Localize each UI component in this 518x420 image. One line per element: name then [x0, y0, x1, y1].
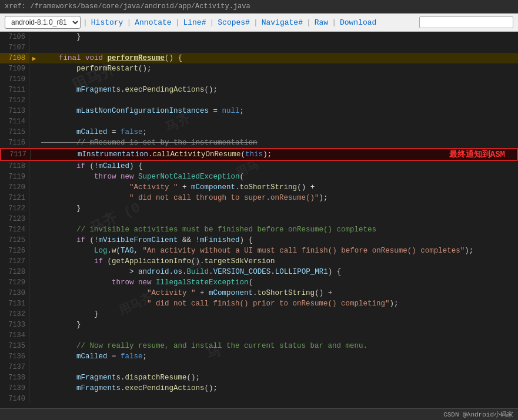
bookmark-icon: ▶	[32, 55, 36, 62]
code-line-7129: 7129 throw new IllegalStateException(	[0, 277, 518, 288]
code-line-7119: 7119 throw new SuperNotCalledException(	[0, 172, 518, 182]
code-line-7132: 7132 }	[0, 309, 518, 320]
code-line-7114: 7114	[0, 116, 518, 127]
code-line-7127: 7127 if (getApplicationInfo().targetSdkV…	[0, 256, 518, 267]
code-line-7128: 7128 > android.os.Build.VERSION_CODES.LO…	[0, 267, 518, 277]
code-line-7107: 7107	[0, 42, 518, 53]
code-line-7135: 7135 // Now really resume, and install t…	[0, 341, 518, 351]
nav-download[interactable]: Download	[339, 18, 377, 27]
version-select[interactable]: android-8.1.0_r81	[5, 16, 81, 29]
code-line-7117: 7117 mInstrumentation.callActivityOnResu…	[0, 148, 518, 161]
code-line-7108: 7108 ▶ final void performResume() {	[0, 53, 518, 63]
code-line-7112: 7112	[0, 95, 518, 106]
code-line-7136: 7136 mCalled = false;	[0, 351, 518, 362]
code-line-7113: 7113 mLastNonConfigurationInstances = nu…	[0, 106, 518, 116]
separator-4: |	[209, 18, 214, 27]
nav-line[interactable]: Line#	[182, 18, 207, 27]
nav-history[interactable]: History	[90, 18, 125, 27]
code-line-7131: 7131 " did not call finish() prior to on…	[0, 298, 518, 309]
breadcrumb: xref: /frameworks/base/core/java/android…	[0, 0, 518, 14]
code-line-7134: 7134	[0, 330, 518, 341]
code-line-7133: 7133 }	[0, 320, 518, 330]
bottom-bar: CSDN @Android小码家	[0, 408, 518, 420]
code-line-7124: 7124 // invisible activities must be fin…	[0, 224, 518, 235]
code-line-7139: 7139 mFragments.execPendingActions();	[0, 383, 518, 394]
separator-7: |	[332, 18, 336, 27]
code-line-7126: 7126 Log.w(TAG, "An activity without a U…	[0, 246, 518, 256]
nav-navigate[interactable]: Navigate#	[260, 18, 304, 27]
nav-bar: android-8.1.0_r81 | History | Annotate |…	[0, 14, 518, 32]
code-line-7121: 7121 " did not call through to super.onR…	[0, 193, 518, 203]
nav-scopes[interactable]: Scopes#	[216, 18, 251, 27]
code-line-7138: 7138 mFragments.dispatchResume();	[0, 372, 518, 383]
separator-2: |	[126, 18, 131, 27]
annotation-label: 最终通知到ASM	[449, 149, 505, 160]
code-line-7120: 7120 "Activity " + mComponent.toShortStr…	[0, 182, 518, 193]
nav-raw[interactable]: Raw	[313, 18, 329, 27]
code-line-7115: 7115 mCalled = false;	[0, 127, 518, 137]
code-line-7109: 7109 performRestart();	[0, 63, 518, 74]
code-line-7122: 7122 }	[0, 203, 518, 214]
separator-3: |	[175, 18, 180, 27]
code-line-7110: 7110	[0, 74, 518, 85]
code-line-7125: 7125 if (!mVisibleFromClient && !mFinish…	[0, 235, 518, 246]
search-input[interactable]	[419, 16, 513, 28]
code-line-7123: 7123	[0, 214, 518, 224]
code-line-7137: 7137	[0, 362, 518, 372]
code-line-7116: 7116 // mResumed is set by the instrumen…	[0, 137, 518, 148]
separator-6: |	[306, 18, 311, 27]
separator-5: |	[253, 18, 258, 27]
nav-annotate[interactable]: Annotate	[133, 18, 172, 27]
code-line-7118: 7118 if (!mCalled) {	[0, 161, 518, 172]
code-line-7111: 7111 mFragments.execPendingActions();	[0, 85, 518, 95]
code-line-7106: 7106 }	[0, 32, 518, 42]
code-area: 用马齐 马齐 用马 马齐 (0 马 用马齐 马 7106 } 7107 7108…	[0, 32, 518, 404]
separator-1: |	[83, 18, 88, 27]
code-line-7140: 7140	[0, 394, 518, 404]
code-line-7130: 7130 "Activity " + mComponent.toShortStr…	[0, 288, 518, 298]
